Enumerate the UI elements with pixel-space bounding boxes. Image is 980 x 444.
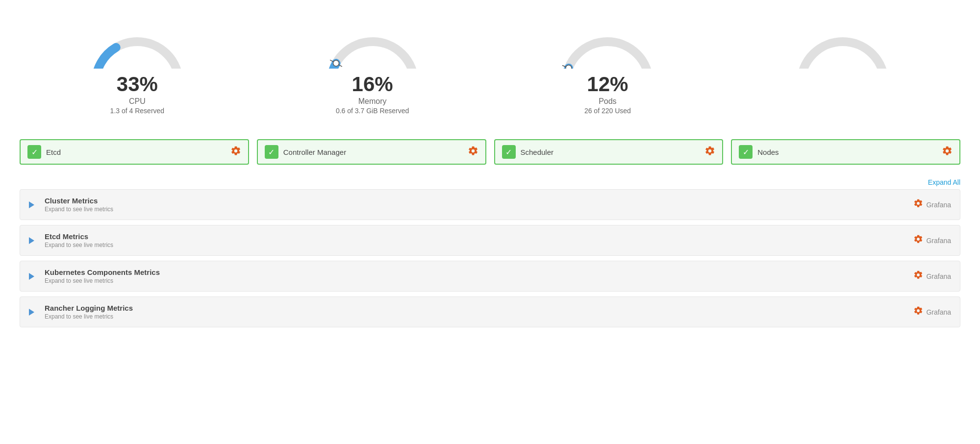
- metric-subtitle-cluster-metrics: Expand to see live metrics: [45, 206, 913, 213]
- svg-point-3: [566, 65, 572, 69]
- metric-text-rancher-logging-metrics: Rancher Logging Metrics Expand to see li…: [45, 304, 913, 320]
- gauge-sublabel-cpu: 1.3 of 4 Reserved: [110, 107, 165, 115]
- grafana-gear-kubernetes-components-metrics: [913, 270, 923, 282]
- grafana-gear-rancher-logging-metrics: [913, 306, 923, 318]
- status-section: ✓ Etcd ✓ Controller Manager ✓ Scheduler …: [0, 129, 980, 174]
- metric-title-etcd-metrics: Etcd Metrics: [45, 232, 913, 241]
- status-check-scheduler: ✓: [502, 145, 516, 159]
- expand-triangle-cluster-metrics[interactable]: [29, 201, 34, 208]
- status-gear-etcd[interactable]: [230, 146, 241, 159]
- gauge-percent-pods: 12%: [587, 73, 628, 96]
- grafana-gear-etcd-metrics: [913, 234, 923, 247]
- status-check-etcd: ✓: [27, 145, 41, 159]
- status-card-nodes[interactable]: ✓ Nodes: [731, 139, 960, 165]
- metric-title-kubernetes-components-metrics: Kubernetes Components Metrics: [45, 268, 913, 276]
- expand-btn-cluster-metrics[interactable]: [29, 200, 39, 210]
- grafana-gear-cluster-metrics: [913, 198, 923, 211]
- metric-subtitle-rancher-logging-metrics: Expand to see live metrics: [45, 313, 913, 320]
- gauge-arc-pods: [558, 10, 656, 69]
- gauge-label-pods: Pods: [599, 97, 616, 106]
- gauge-memory: 16% Memory 0.6 of 3.7 GiB Reserved: [314, 10, 431, 115]
- gauge-sublabel-memory: 0.6 of 3.7 GiB Reserved: [336, 107, 409, 115]
- metric-text-etcd-metrics: Etcd Metrics Expand to see live metrics: [45, 232, 913, 248]
- metric-row-kubernetes-components-metrics: Kubernetes Components Metrics Expand to …: [20, 261, 960, 292]
- grafana-link-cluster-metrics[interactable]: Grafana: [913, 198, 951, 211]
- metric-row-cluster-metrics: Cluster Metrics Expand to see live metri…: [20, 189, 960, 220]
- status-gear-nodes[interactable]: [942, 146, 953, 159]
- metric-text-cluster-metrics: Cluster Metrics Expand to see live metri…: [45, 197, 913, 213]
- gauge-fourth: [784, 10, 902, 115]
- expand-triangle-etcd-metrics[interactable]: [29, 237, 34, 244]
- gauge-arc-cpu: [88, 10, 186, 69]
- grafana-label-rancher-logging-metrics: Grafana: [926, 308, 951, 316]
- expand-btn-etcd-metrics[interactable]: [29, 236, 39, 246]
- expand-btn-kubernetes-components-metrics[interactable]: [29, 271, 39, 281]
- metric-row-rancher-logging-metrics: Rancher Logging Metrics Expand to see li…: [20, 296, 960, 327]
- status-card-controller-manager[interactable]: ✓ Controller Manager: [257, 139, 486, 165]
- gauge-arc-fourth: [794, 10, 892, 69]
- expand-all-button[interactable]: Expand All: [928, 178, 960, 186]
- gauge-sublabel-pods: 26 of 220 Used: [584, 107, 631, 115]
- expand-all-row: Expand All: [0, 174, 980, 189]
- gauge-label-cpu: CPU: [129, 97, 146, 106]
- metric-row-etcd-metrics: Etcd Metrics Expand to see live metrics …: [20, 225, 960, 256]
- gauge-percent-cpu: 33%: [117, 73, 158, 96]
- status-check-nodes: ✓: [739, 145, 753, 159]
- grafana-label-etcd-metrics: Grafana: [926, 237, 951, 245]
- grafana-label-kubernetes-components-metrics: Grafana: [926, 272, 951, 280]
- status-gear-scheduler[interactable]: [704, 146, 715, 159]
- status-label-scheduler: Scheduler: [521, 148, 700, 156]
- status-card-scheduler[interactable]: ✓ Scheduler: [494, 139, 724, 165]
- expand-btn-rancher-logging-metrics[interactable]: [29, 307, 39, 317]
- gauge-pods: 12% Pods 26 of 220 Used: [549, 10, 666, 115]
- status-label-controller-manager: Controller Manager: [283, 148, 463, 156]
- metric-title-cluster-metrics: Cluster Metrics: [45, 197, 913, 205]
- status-gear-controller-manager[interactable]: [468, 146, 478, 159]
- expand-triangle-kubernetes-components-metrics[interactable]: [29, 273, 34, 280]
- gauge-arc-memory: [324, 10, 422, 69]
- status-label-etcd: Etcd: [46, 148, 226, 156]
- grafana-link-etcd-metrics[interactable]: Grafana: [913, 234, 951, 247]
- gauge-label-memory: Memory: [358, 97, 387, 106]
- gauges-section: 33% CPU 1.3 of 4 Reserved 16% Memory 0.6…: [0, 0, 980, 129]
- metrics-section: Cluster Metrics Expand to see live metri…: [0, 189, 980, 327]
- grafana-label-cluster-metrics: Grafana: [926, 201, 951, 209]
- gauge-percent-memory: 16%: [352, 73, 393, 96]
- grafana-link-rancher-logging-metrics[interactable]: Grafana: [913, 306, 951, 318]
- gauge-cpu: 33% CPU 1.3 of 4 Reserved: [78, 10, 196, 115]
- expand-triangle-rancher-logging-metrics[interactable]: [29, 309, 34, 316]
- status-label-nodes: Nodes: [757, 148, 937, 156]
- metric-subtitle-kubernetes-components-metrics: Expand to see live metrics: [45, 277, 913, 284]
- metric-subtitle-etcd-metrics: Expand to see live metrics: [45, 242, 913, 248]
- metric-title-rancher-logging-metrics: Rancher Logging Metrics: [45, 304, 913, 312]
- status-card-etcd[interactable]: ✓ Etcd: [20, 139, 249, 165]
- grafana-link-kubernetes-components-metrics[interactable]: Grafana: [913, 270, 951, 282]
- status-check-controller-manager: ✓: [265, 145, 278, 159]
- metric-text-kubernetes-components-metrics: Kubernetes Components Metrics Expand to …: [45, 268, 913, 284]
- svg-point-1: [333, 60, 339, 66]
